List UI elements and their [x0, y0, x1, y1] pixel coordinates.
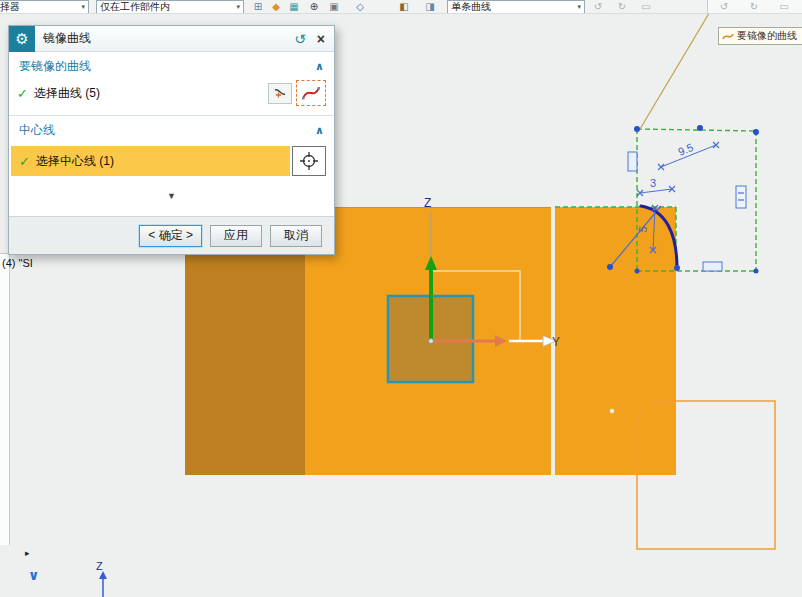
selection-filter-value: 选择器 — [0, 0, 78, 14]
snap-intersection-icon[interactable]: ▣ — [326, 0, 342, 14]
crosshair-icon — [299, 151, 319, 171]
centerline-picker-button[interactable] — [292, 146, 326, 176]
expand-more-button[interactable]: ▼ — [149, 191, 195, 201]
snap-quadrant-icon[interactable]: ◇ — [352, 0, 368, 14]
snap-point — [610, 409, 614, 413]
snap-point-icon[interactable]: ◆ — [268, 0, 284, 14]
close-icon[interactable]: × — [317, 31, 325, 47]
apply-button[interactable]: 应用 — [210, 225, 262, 247]
curves-section-label: 要镜像的曲线 — [19, 58, 91, 75]
dialog-footer: < 确定 > 应用 取消 — [9, 216, 334, 254]
dialog-titlebar[interactable]: ⚙ 镜像曲线 ↺ × — [9, 26, 334, 52]
selection-scope-dropdown[interactable]: 仅在工作部件内 ▾ — [96, 0, 244, 14]
undo-icon[interactable]: ↺ — [590, 0, 606, 14]
curves-section-header[interactable]: 要镜像的曲线 ∧ — [9, 52, 334, 78]
equal-constraint-badge[interactable] — [736, 186, 746, 208]
redo-icon[interactable]: ↻ — [614, 0, 630, 14]
centerline-section-label: 中心线 — [19, 122, 55, 139]
axis-z-label: Z — [424, 196, 431, 210]
chevron-up-icon[interactable]: ∧ — [315, 124, 324, 137]
select-centerline-field[interactable]: ✓ 选择中心线 (1) — [11, 146, 290, 176]
chevron-down-icon: ▾ — [81, 3, 85, 11]
mirror-curve-dialog: ⚙ 镜像曲线 ↺ × 要镜像的曲线 ∧ ✓ 选择曲线 (5) — [8, 25, 335, 255]
select-curves-row: ✓ 选择曲线 (5) — [9, 78, 334, 108]
cancel-button[interactable]: 取消 — [270, 225, 322, 247]
top-toolbar: 选择器 ▾ 仅在工作部件内 ▾ 单条曲线 ▾ ⊞ ◆ ▦ ⊕ ▣ ◇ ◧ ◨ ↺… — [0, 0, 802, 14]
dimension-9-5[interactable]: 9.5 — [676, 141, 695, 158]
status-tip: 要镜像的曲线 — [718, 27, 802, 45]
construction-line[interactable] — [640, 0, 717, 129]
shaded-view-icon[interactable]: ◧ — [396, 0, 412, 14]
select-centerline-label: 选择中心线 (1) — [36, 153, 114, 170]
expand-row: ▼ — [9, 185, 334, 203]
select-centerline-row: ✓ 选择中心线 (1) — [9, 142, 334, 176]
chevron-down-icon: ▾ — [577, 3, 581, 11]
redo-icon[interactable]: ↻ — [746, 0, 762, 14]
panel-expand-icon[interactable]: ▸ — [25, 548, 30, 558]
view-triad: Z — [96, 560, 107, 597]
dialog-body: 要镜像的曲线 ∧ ✓ 选择曲线 (5) 中心线 — [9, 52, 334, 216]
spline-icon — [301, 85, 321, 101]
selection-scope-value: 仅在工作部件内 — [100, 0, 233, 14]
curve-rule-button[interactable] — [296, 80, 326, 106]
undo-icon[interactable]: ↺ — [716, 0, 732, 14]
ok-button[interactable]: < 确定 > — [139, 225, 202, 247]
resource-bar[interactable] — [0, 253, 10, 545]
tree-item[interactable]: (4) "SI — [2, 257, 33, 269]
curve-rule-value: 单条曲线 — [451, 0, 574, 14]
selection-filter-dropdown[interactable]: 选择器 ▾ — [0, 0, 89, 14]
window-icon[interactable]: ▭ — [776, 0, 792, 14]
curve-rule-dropdown[interactable]: 单条曲线 ▾ — [447, 0, 585, 14]
dialog-title: 镜像曲线 — [43, 30, 91, 47]
datum-plane-icon[interactable]: ⊞ — [250, 0, 266, 14]
select-curves-label[interactable]: 选择曲线 (5) — [34, 85, 100, 102]
curve-icon — [722, 30, 734, 42]
gear-icon: ⚙ — [9, 26, 35, 52]
axis-y-label: Y — [552, 335, 560, 349]
reset-icon[interactable]: ↺ — [294, 31, 306, 47]
add-curve-icon — [272, 86, 288, 100]
origin-point[interactable] — [429, 339, 434, 344]
chevron-down-icon: ▾ — [236, 3, 240, 11]
grid-snap-icon[interactable]: ▦ — [286, 0, 302, 14]
centerline-section-header[interactable]: 中心线 ∧ — [9, 115, 334, 142]
add-curve-button[interactable] — [268, 83, 292, 104]
chevron-down-icon[interactable]: ∨ — [28, 567, 39, 583]
dimension-3[interactable]: 3 — [650, 177, 656, 189]
wireframe-view-icon[interactable]: ◨ — [422, 0, 438, 14]
chevron-up-icon[interactable]: ∧ — [315, 60, 324, 73]
triad-z-label: Z — [96, 560, 103, 572]
window-icon[interactable]: ▭ — [638, 0, 654, 14]
check-icon: ✓ — [17, 86, 28, 101]
status-tip-text: 要镜像的曲线 — [737, 29, 797, 43]
check-icon: ✓ — [19, 154, 30, 169]
snap-center-icon[interactable]: ⊕ — [306, 0, 322, 14]
